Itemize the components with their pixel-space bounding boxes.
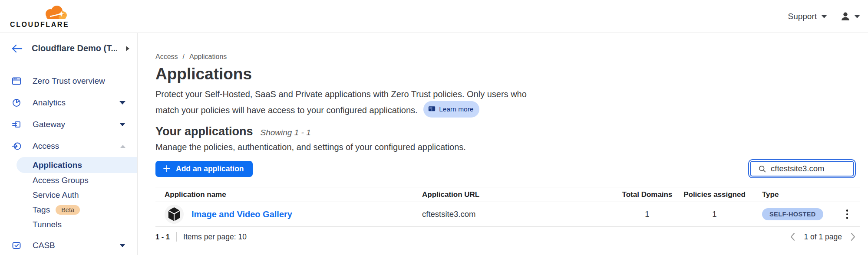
chevron-down-icon (821, 15, 827, 18)
back-arrow-icon[interactable] (11, 44, 23, 53)
beta-badge: Beta (56, 205, 80, 215)
access-submenu: Applications Access Groups Service Auth … (0, 157, 137, 232)
pagination-left: 1 - 1 Items per page: 10 (155, 232, 247, 242)
sidebar-item-tags[interactable]: Tags Beta (0, 203, 137, 217)
account-name: Cloudflare Demo (T... (32, 43, 117, 53)
items-range: 1 - 1 (155, 233, 170, 241)
learn-more-label: Learn more (439, 102, 473, 116)
chevron-down-icon (119, 123, 125, 126)
sidebar-item-label: CASB (33, 241, 109, 250)
account-switcher[interactable]: Cloudflare Demo (T... (0, 33, 137, 64)
section-title: Your applications (155, 124, 253, 138)
account-menu[interactable] (840, 11, 860, 22)
search-icon (758, 165, 766, 173)
showing-count: Showing 1 - 1 (261, 128, 311, 137)
pagination-bar: 1 - 1 Items per page: 10 1 of 1 page (155, 232, 868, 242)
col-application-name: Application name (155, 190, 416, 199)
top-header: CLOUDFLARE Support (0, 0, 868, 33)
sidebar-item-label: Gateway (33, 120, 109, 129)
pie-chart-icon (11, 98, 22, 108)
breadcrumb: Access / Applications (155, 53, 868, 61)
divider (176, 232, 177, 242)
sidebar-item-label: Service Auth (33, 190, 79, 200)
breadcrumb-separator: / (183, 53, 185, 61)
search-focus-ring (748, 159, 856, 178)
application-name-link[interactable]: Image and Video Gallery (191, 209, 292, 219)
sidebar-item-gateway[interactable]: Gateway (0, 114, 137, 135)
sidebar-item-label: Access Groups (33, 176, 89, 185)
sidebar-item-access[interactable]: Access (0, 135, 137, 157)
table-controls: Add an application (155, 159, 868, 178)
cloudflare-logo[interactable]: CLOUDFLARE (10, 5, 69, 28)
overview-window-icon (11, 76, 22, 86)
gateway-icon (11, 119, 22, 130)
sidebar-nav: Zero Trust overview Analytics Gateway (0, 64, 137, 255)
application-cube-icon (165, 205, 184, 224)
add-application-label: Add an application (176, 164, 244, 173)
sidebar-item-label: Access (33, 141, 109, 151)
row-actions-kebab-menu[interactable] (845, 208, 850, 221)
sidebar-item-zero-trust-overview[interactable]: Zero Trust overview (0, 70, 137, 92)
description-line2: match your policies will have access to … (155, 105, 418, 115)
sidebar-item-label: Analytics (33, 98, 109, 108)
sidebar-item-label: Zero Trust overview (33, 76, 125, 86)
pagination-right: 1 of 1 page (790, 232, 856, 242)
support-label: Support (788, 12, 817, 21)
caret-right-icon[interactable] (126, 46, 129, 51)
zero-trust-dashboard: CLOUDFLARE Support Cloudflare (0, 0, 868, 255)
add-application-button[interactable]: Add an application (155, 161, 253, 177)
book-icon (428, 106, 436, 112)
plus-icon (162, 164, 171, 173)
page-title: Applications (155, 65, 868, 83)
section-subtext: Manage the policies, authentication, and… (155, 141, 868, 153)
section-header: Your applications Showing 1 - 1 (155, 124, 868, 138)
items-per-page-label: Items per page: 10 (183, 232, 247, 242)
cloudflare-wordmark: CLOUDFLARE (10, 21, 69, 28)
sidebar-item-analytics[interactable]: Analytics (0, 92, 137, 114)
description-line1: Protect your Self-Hosted, SaaS and Priva… (155, 89, 527, 99)
chevron-down-icon (119, 101, 125, 105)
total-domains-cell: 1 (616, 209, 679, 219)
sidebar-item-applications[interactable]: Applications (17, 157, 137, 173)
breadcrumb-access[interactable]: Access (155, 53, 178, 61)
page-indicator: 1 of 1 page (804, 232, 842, 242)
sidebar-item-label: Applications (33, 160, 82, 170)
sidebar-item-casb[interactable]: CASB (0, 235, 137, 255)
policies-assigned-cell: 1 (679, 209, 750, 219)
main-content: Access / Applications Applications Prote… (138, 33, 868, 255)
sidebar-item-tunnels[interactable]: Tunnels (0, 217, 137, 232)
search-box (750, 161, 854, 177)
col-policies-assigned: Policies assigned (679, 190, 750, 199)
cloudflare-cloud-icon (40, 5, 69, 20)
table-row: Image and Video Gallery cftestsite3.com … (155, 202, 860, 227)
casb-check-icon (11, 240, 22, 251)
previous-page-button[interactable] (790, 232, 795, 241)
breadcrumb-applications: Applications (189, 53, 227, 61)
col-application-url: Application URL (416, 190, 616, 199)
chevron-up-icon (120, 145, 125, 148)
search-input[interactable] (771, 164, 849, 173)
access-login-icon (11, 141, 22, 151)
user-icon (840, 11, 851, 22)
sidebar-item-access-groups[interactable]: Access Groups (0, 173, 137, 188)
sidebar-item-service-auth[interactable]: Service Auth (0, 188, 137, 203)
sidebar-item-label: Tunnels (33, 220, 62, 229)
topbar-right: Support (788, 11, 860, 22)
sidebar: Cloudflare Demo (T... Zero Trust overvie… (0, 33, 138, 255)
chevron-down-icon (119, 244, 125, 247)
application-url-cell: cftestsite3.com (416, 209, 616, 219)
applications-table: Application name Application URL Total D… (155, 187, 860, 227)
col-type: Type (750, 190, 834, 199)
col-total-domains: Total Domains (616, 190, 679, 199)
sidebar-item-label: Tags (33, 205, 50, 215)
learn-more-badge[interactable]: Learn more (423, 101, 479, 118)
type-badge: SELF-HOSTED (762, 208, 823, 220)
table-header-row: Application name Application URL Total D… (155, 187, 860, 202)
chevron-down-icon (854, 15, 860, 18)
support-menu[interactable]: Support (788, 12, 827, 21)
next-page-button[interactable] (851, 232, 856, 241)
page-description: Protect your Self-Hosted, SaaS and Priva… (155, 88, 868, 118)
